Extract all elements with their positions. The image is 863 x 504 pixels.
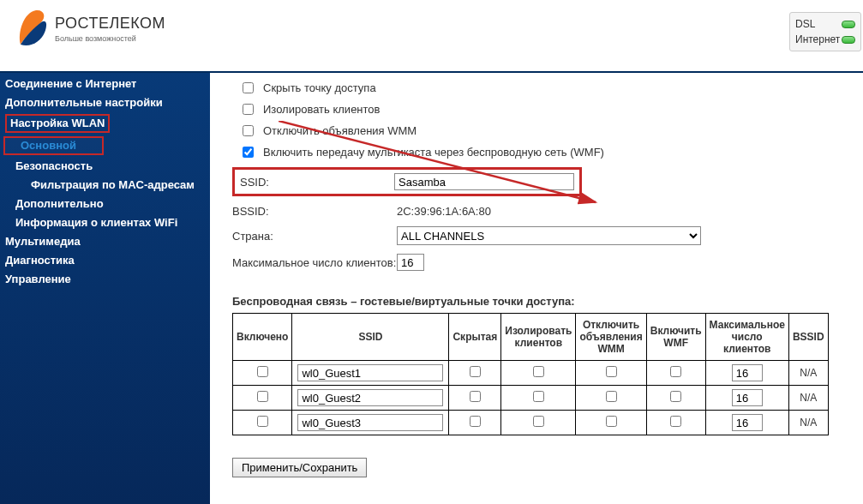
th-wmf: Включить WMF: [646, 314, 705, 361]
maxclients-label: Максимальное число клиентов:: [232, 256, 397, 269]
guest1-bssid: N/A: [788, 386, 828, 411]
ssid-label: SSID:: [240, 176, 394, 189]
guest2-wmm-checkbox[interactable]: [606, 416, 617, 427]
sidebar-item-management[interactable]: Управление: [0, 270, 210, 289]
sidebar-item-wlan-security[interactable]: Безопасность: [0, 157, 210, 176]
guest0-wmm-checkbox[interactable]: [606, 366, 617, 377]
hide-ap-label: Скрыть точку доступа: [263, 81, 376, 94]
th-ssid: SSID: [292, 314, 449, 361]
guest1-max-input[interactable]: [732, 389, 763, 406]
internet-led-icon: [842, 36, 855, 44]
guest1-wmf-checkbox[interactable]: [670, 391, 681, 402]
bssid-value: 2C:39:96:1A:6A:80: [397, 205, 491, 218]
th-max: Максимальное число клиентов: [705, 314, 788, 361]
wmm-disable-label: Отключить объявления WMM: [263, 124, 417, 137]
guest0-max-input[interactable]: [732, 364, 763, 381]
guest2-max-input[interactable]: [732, 414, 763, 431]
apply-save-button[interactable]: Применить/Сохранить: [232, 458, 367, 477]
country-label: Страна:: [232, 230, 397, 243]
dsl-status-label: DSL: [795, 18, 815, 30]
table-row: N/A: [233, 361, 829, 386]
guest1-isolate-checkbox[interactable]: [533, 391, 544, 402]
guest1-ssid-input[interactable]: [297, 389, 443, 406]
guest0-wmf-checkbox[interactable]: [670, 366, 681, 377]
guest-ap-table: Включено SSID Скрытая Изолировать клиент…: [232, 313, 829, 435]
th-bssid: BSSID: [788, 314, 828, 361]
sidebar-item-internet[interactable]: Соединение с Интернет: [0, 75, 210, 93]
sidebar-item-wlan-macfilter[interactable]: Фильтрация по MAC-адресам: [0, 176, 210, 195]
hide-ap-checkbox[interactable]: [243, 82, 254, 93]
th-hidden: Скрытая: [449, 314, 501, 361]
sidebar-nav: Соединение с Интернет Дополнительные нас…: [0, 73, 210, 504]
guest0-enabled-checkbox[interactable]: [257, 366, 268, 377]
guest2-ssid-input[interactable]: [297, 414, 443, 431]
country-select[interactable]: ALL CHANNELS: [397, 226, 701, 245]
guest2-isolate-checkbox[interactable]: [533, 416, 544, 427]
wmf-enable-label: Включить передачу мультикаста через бесп…: [263, 146, 604, 159]
guest0-isolate-checkbox[interactable]: [533, 366, 544, 377]
ssid-input[interactable]: [394, 173, 574, 190]
guest2-hidden-checkbox[interactable]: [470, 416, 481, 427]
guest0-hidden-checkbox[interactable]: [470, 366, 481, 377]
sidebar-item-wlan[interactable]: Настройка WLAN: [0, 112, 210, 135]
guest1-wmm-checkbox[interactable]: [606, 391, 617, 402]
logo: РОСТЕЛЕКОМ Больше возможностей: [15, 7, 165, 50]
maxclients-input[interactable]: [397, 254, 424, 271]
ssid-highlight-box: SSID:: [232, 167, 582, 196]
sidebar-item-wlan-basic[interactable]: Основной: [0, 135, 210, 157]
sidebar-item-advanced[interactable]: Дополнительные настройки: [0, 93, 210, 112]
guest2-bssid: N/A: [788, 411, 828, 435]
sidebar-item-wlan-clients[interactable]: Информация о клиентах WiFi: [0, 213, 210, 232]
dsl-led-icon: [842, 21, 855, 28]
rostelecom-logo-icon: [15, 7, 48, 50]
guest0-ssid-input[interactable]: [297, 364, 443, 381]
internet-status-label: Интернет: [795, 33, 840, 45]
header: РОСТЕЛЕКОМ Больше возможностей DSL Интер…: [0, 0, 863, 73]
sidebar-item-wlan-advanced[interactable]: Дополнительно: [0, 195, 210, 213]
guest0-bssid: N/A: [788, 361, 828, 386]
guest2-enabled-checkbox[interactable]: [257, 416, 268, 427]
isolate-clients-checkbox[interactable]: [243, 104, 254, 115]
wmm-disable-checkbox[interactable]: [243, 125, 254, 136]
sidebar-item-multimedia[interactable]: Мультимедиа: [0, 232, 210, 251]
th-enabled: Включено: [233, 314, 292, 361]
isolate-clients-label: Изолировать клиентов: [263, 103, 381, 116]
guest-section-title: Беспроводная связь – гостевые/виртуальны…: [232, 295, 856, 308]
main-content: Скрыть точку доступа Изолировать клиенто…: [210, 73, 863, 504]
guest2-wmf-checkbox[interactable]: [670, 416, 681, 427]
guest1-hidden-checkbox[interactable]: [470, 391, 481, 402]
logo-subtitle: Больше возможностей: [55, 34, 165, 43]
table-row: N/A: [233, 386, 829, 411]
sidebar-item-diagnostics[interactable]: Диагностика: [0, 251, 210, 270]
guest1-enabled-checkbox[interactable]: [257, 391, 268, 402]
connection-status-panel: DSL Интернет: [789, 12, 861, 51]
logo-title: РОСТЕЛЕКОМ: [55, 15, 165, 33]
wmf-enable-checkbox[interactable]: [243, 147, 254, 158]
bssid-label: BSSID:: [232, 205, 397, 218]
th-isolate: Изолировать клиентов: [501, 314, 576, 361]
th-wmm: Отключить объявления WMM: [576, 314, 646, 361]
table-row: N/A: [233, 411, 829, 435]
